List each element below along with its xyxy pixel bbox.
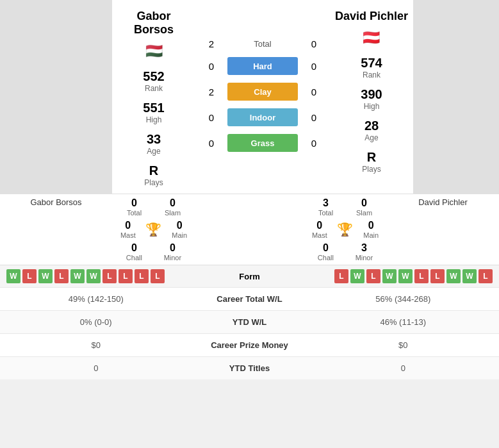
right-rank-label: Rank: [363, 71, 380, 79]
right-mast-label: Mast: [312, 231, 327, 239]
right-age-label: Age: [364, 133, 378, 142]
indoor-row: 0 Indoor 0: [195, 108, 330, 126]
right-minor-label: Minor: [356, 254, 373, 261]
form-badge: L: [135, 269, 149, 283]
form-badge: L: [151, 269, 165, 283]
right-player-details: David Pichler 🇦🇹 574 Rank 390 High 28 Ag…: [330, 0, 413, 194]
form-badge: W: [446, 269, 461, 283]
right-plays-val: R: [367, 150, 376, 165]
form-badge: W: [70, 269, 85, 283]
right-total-stat: 3: [318, 197, 333, 209]
left-chall-label: Chall: [126, 254, 142, 261]
right-stats-block: 3 Total 0 Slam 0 Mast 🏆 0 Main: [304, 194, 387, 265]
right-slam-label: Slam: [356, 209, 372, 217]
left-player-details: Gabor Borsos 🇭🇺 552 Rank 551 High 33 Age…: [112, 0, 195, 194]
form-badge: W: [38, 269, 53, 283]
left-high-num: 551: [143, 101, 164, 115]
right-trophy-icon: 🏆: [337, 222, 353, 237]
stat-left-val: 0% (0-0): [6, 317, 186, 327]
stat-right-val: 0: [314, 363, 493, 373]
left-plays-val: R: [149, 163, 158, 178]
right-plays-label: Plays: [362, 165, 380, 174]
right-name-below: David Pichler: [387, 194, 499, 265]
left-minor-label: Minor: [164, 254, 182, 261]
grass-button[interactable]: Grass: [227, 134, 298, 152]
right-player-flag: 🇦🇹: [363, 26, 380, 49]
stat-right-val: $0: [314, 340, 493, 350]
right-total-val: 0: [298, 38, 330, 49]
right-indoor-val: 0: [298, 112, 330, 123]
right-slam-stat: 0: [356, 197, 372, 209]
right-grass-val: 0: [298, 138, 330, 149]
right-chall-stat: 0: [318, 242, 334, 254]
left-slam-stat: 0: [165, 197, 181, 209]
left-form-badges: WLWLWWLLLL: [6, 269, 211, 283]
left-rank-num: 552: [143, 69, 164, 84]
form-badge: L: [334, 269, 348, 283]
right-name-text: David Pichler: [390, 197, 496, 207]
left-player-name: Gabor Borsos: [115, 6, 192, 40]
form-badge: W: [462, 269, 477, 283]
left-slam-label: Slam: [165, 209, 181, 217]
left-name-text: Gabor Borsos: [3, 197, 109, 207]
left-total-stat-label: Total: [127, 209, 142, 217]
right-name-flag: David Pichler 🇦🇹: [335, 6, 408, 49]
form-badge: W: [382, 269, 397, 283]
right-high-label: High: [364, 102, 380, 111]
left-grass-val: 0: [195, 138, 227, 149]
form-badge: W: [6, 269, 20, 283]
clay-button[interactable]: Clay: [227, 83, 298, 101]
left-player-flag: 🇭🇺: [145, 40, 163, 63]
left-indoor-val: 0: [195, 112, 227, 123]
form-badge: W: [398, 269, 413, 283]
left-high-label: High: [146, 115, 162, 124]
left-total-val: 2: [195, 38, 227, 49]
form-badge: L: [366, 269, 380, 283]
right-hard-val: 0: [298, 61, 330, 72]
hard-row: 0 Hard 0: [195, 57, 330, 75]
stat-center-label: YTD Titles: [186, 363, 314, 373]
right-mast-stat: 0: [312, 220, 327, 231]
stat-left-val: 0: [6, 363, 186, 373]
left-hard-val: 0: [195, 61, 227, 72]
stat-data-row: 0 YTD Titles 0: [0, 356, 499, 379]
stat-center-label: YTD W/L: [186, 317, 314, 327]
stat-data-row: 49% (142-150) Career Total W/L 56% (344-…: [0, 287, 499, 310]
hard-button[interactable]: Hard: [227, 57, 298, 75]
left-trophy-icon: 🏆: [145, 222, 161, 237]
left-mast-stat: 0: [120, 220, 136, 231]
right-main-label: Main: [363, 231, 379, 239]
left-main-label: Main: [172, 231, 187, 239]
form-badge: W: [350, 269, 364, 283]
center-section: 2 Total 0 0 Hard 0 2 Clay 0 0 Indoor 0: [195, 0, 330, 194]
indoor-button[interactable]: Indoor: [227, 108, 298, 126]
right-minor-stat: 3: [356, 242, 373, 254]
right-rank-num: 574: [361, 56, 382, 71]
left-name-below: Gabor Borsos: [0, 194, 112, 265]
right-total-stat-label: Total: [318, 209, 333, 217]
stat-data-row: 0% (0-0) YTD W/L 46% (11-13): [0, 310, 499, 333]
right-player-photo: [413, 0, 499, 194]
left-rank-label: Rank: [145, 84, 163, 93]
form-label: Form: [211, 272, 288, 281]
form-row: WLWLWWLLLL Form LWLWWLLWWL: [0, 265, 499, 287]
left-clay-val: 2: [195, 87, 227, 97]
form-badge: L: [119, 269, 133, 283]
stat-right-val: 56% (344-268): [314, 294, 493, 304]
top-area: Gabor Borsos 🇭🇺 552 Rank 551 High 33 Age…: [0, 0, 499, 194]
left-age-num: 33: [147, 132, 161, 147]
right-form-badges: LWLWWLLWWL: [288, 269, 493, 283]
grass-row: 0 Grass 0: [195, 134, 330, 152]
right-chall-label: Chall: [318, 254, 334, 261]
right-player-name: David Pichler: [335, 6, 408, 26]
form-badge: L: [22, 269, 37, 283]
right-main-stat: 0: [363, 220, 379, 231]
total-row: 2 Total 0: [195, 38, 330, 49]
form-badge: L: [430, 269, 445, 283]
right-age-num: 28: [364, 119, 379, 133]
stat-center-label: Career Total W/L: [186, 294, 314, 304]
left-mast-label: Mast: [120, 231, 136, 239]
total-label: Total: [227, 39, 298, 49]
left-stats-block: 0 Total 0 Slam 0 Mast 🏆 0 Main: [112, 194, 195, 265]
left-chall-stat: 0: [126, 242, 142, 254]
